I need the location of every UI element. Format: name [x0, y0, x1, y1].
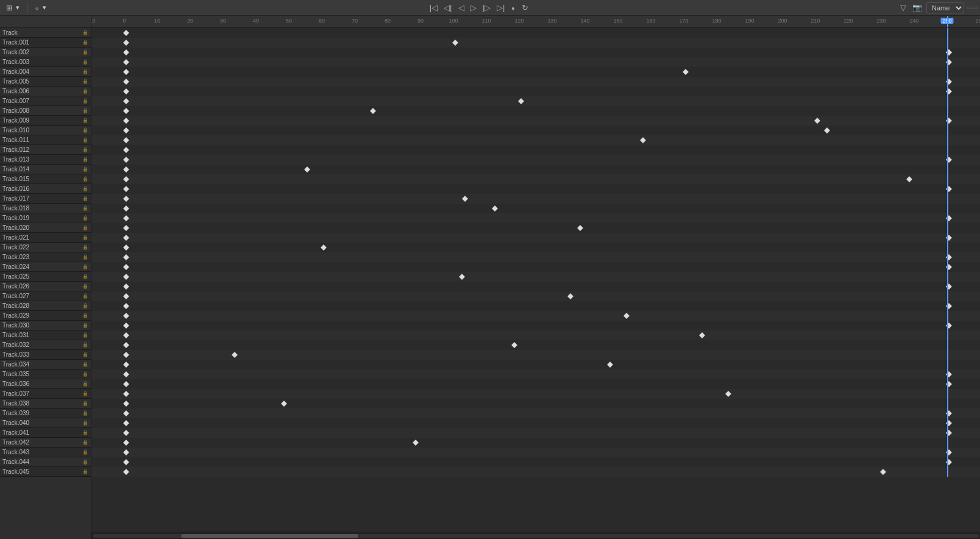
track-row[interactable]: Track.014🔒 [0, 165, 91, 174]
frame-marker: 140 [580, 18, 589, 24]
track-row[interactable]: Track.031🔒 [0, 330, 91, 340]
dopesheet-menu[interactable]: ⬦ ▾ [31, 2, 50, 13]
track-row[interactable]: Track.005🔒 [0, 77, 91, 87]
prev-keyframe-btn[interactable]: ◁| [442, 2, 453, 13]
track-row[interactable]: Track.013🔒 [0, 155, 91, 165]
track-row[interactable]: Track.044🔒 [0, 457, 91, 467]
track-row[interactable]: Track.033🔒 [0, 350, 91, 360]
track-row[interactable]: Track.006🔒 [0, 87, 91, 96]
scrollbar-track[interactable] [93, 534, 979, 538]
dopesheet[interactable]: -100102030405060708090100110120130140150… [91, 16, 980, 539]
jump-end-btn[interactable]: ▷| [495, 2, 506, 13]
track-row[interactable]: Track.001🔒 [0, 38, 91, 48]
frame-marker: 190 [745, 18, 754, 24]
lock-icon: 🔒 [82, 166, 88, 172]
track-row[interactable]: Track.017🔒 [0, 194, 91, 204]
track-row[interactable]: Track.016🔒 [0, 184, 91, 194]
track-name: Track.039 [2, 410, 81, 416]
track-row[interactable]: Track.036🔒 [0, 379, 91, 389]
filter-icon[interactable]: ▽ [898, 2, 908, 13]
track-row[interactable]: Track.034🔒 [0, 360, 91, 369]
track-name: Track.016 [2, 185, 81, 192]
track-bg-row [91, 467, 980, 477]
track-row[interactable]: Track.037🔒 [0, 389, 91, 399]
track-row[interactable]: Track.003🔒 [0, 57, 91, 67]
track-row[interactable]: Track.040🔒 [0, 418, 91, 428]
track-name: Track.002 [2, 49, 81, 55]
track-bg-row [91, 243, 980, 252]
track-row[interactable]: Track.023🔒 [0, 252, 91, 262]
track-bg-row [91, 223, 980, 233]
track-row[interactable]: Track.004🔒 [0, 67, 91, 77]
track-name: Track.005 [2, 78, 81, 85]
h-scrollbar[interactable] [91, 532, 980, 539]
track-row[interactable]: Track.021🔒 [0, 233, 91, 243]
play-btn[interactable]: ▷ [469, 2, 478, 13]
track-row[interactable]: Track.027🔒 [0, 291, 91, 301]
lock-icon: 🔒 [82, 430, 88, 435]
track-row[interactable]: Track.029🔒 [0, 311, 91, 321]
loop-btn[interactable]: ↻ [520, 2, 530, 13]
scrollbar-thumb[interactable] [181, 534, 358, 538]
track-row[interactable]: Track.002🔒 [0, 48, 91, 57]
play-reverse-btn[interactable]: ◁ [456, 2, 466, 13]
next-keyframe-btn[interactable]: |▷ [481, 2, 492, 13]
track-row[interactable]: Track.026🔒 [0, 282, 91, 291]
track-row[interactable]: Track.008🔒 [0, 106, 91, 116]
track-name: Track.031 [2, 332, 81, 338]
track-bg-row [91, 126, 980, 135]
camera-icon[interactable]: 📷 [911, 2, 924, 13]
lock-icon: 🔒 [82, 215, 88, 221]
frame-marker: 110 [481, 18, 491, 24]
track-row[interactable]: Track.015🔒 [0, 174, 91, 184]
track-bg-row [91, 457, 980, 467]
context-menu[interactable]: ⊞ ▾ [2, 2, 23, 13]
track-bg-row [91, 184, 980, 194]
track-row[interactable]: Track.039🔒 [0, 409, 91, 418]
track-name: Track.026 [2, 283, 81, 290]
track-row[interactable]: Track.043🔒 [0, 448, 91, 457]
view-menu[interactable] [52, 7, 60, 9]
track-row[interactable]: Track.024🔒 [0, 262, 91, 272]
track-row[interactable]: Track.030🔒 [0, 321, 91, 330]
keyframe-btn[interactable]: ⬧ [509, 2, 517, 13]
track-bg-row [91, 291, 980, 301]
lock-icon: 🔒 [82, 313, 88, 318]
track-row[interactable]: Track.009🔒 [0, 116, 91, 126]
track-bg-row [91, 57, 980, 67]
track-row[interactable]: Track.020🔒 [0, 223, 91, 233]
frame-marker: 180 [712, 18, 721, 24]
track-row[interactable]: Track.028🔒 [0, 301, 91, 311]
track-row[interactable]: Track.007🔒 [0, 96, 91, 106]
track-row[interactable]: Track.018🔒 [0, 204, 91, 213]
invert-button[interactable] [967, 7, 978, 9]
name-dropdown[interactable]: Name Frame [926, 2, 964, 13]
sep1 [27, 2, 27, 13]
track-row[interactable]: Track.032🔒 [0, 340, 91, 350]
track-row[interactable]: Track.019🔒 [0, 213, 91, 223]
track-name: Track.028 [2, 302, 81, 309]
jump-start-btn[interactable]: |◁ [428, 2, 439, 13]
track-row[interactable]: Track.038🔒 [0, 399, 91, 409]
track-row[interactable]: Track.012🔒 [0, 145, 91, 155]
frame-marker: 240 [909, 18, 918, 24]
track-row[interactable]: Track.010🔒 [0, 126, 91, 135]
frame-marker: 90 [417, 18, 424, 24]
track-row[interactable]: Track🔒 [0, 28, 91, 38]
track-row[interactable]: Track.022🔒 [0, 243, 91, 252]
timeline-canvas[interactable] [91, 28, 980, 539]
track-name: Track.004 [2, 68, 81, 75]
lock-icon: 🔒 [82, 176, 88, 182]
track-bg-row [91, 204, 980, 213]
lock-icon: 🔒 [82, 205, 88, 211]
track-bg-row [91, 28, 980, 38]
lock-icon: 🔒 [82, 303, 88, 309]
track-row[interactable]: Track.035🔒 [0, 369, 91, 379]
track-row[interactable]: Track.011🔒 [0, 135, 91, 145]
track-row[interactable]: Track.042🔒 [0, 438, 91, 448]
track-row[interactable]: Track.025🔒 [0, 272, 91, 282]
track-row[interactable]: Track.041🔒 [0, 428, 91, 438]
track-bg-row [91, 233, 980, 243]
track-row[interactable]: Track.045🔒 [0, 467, 91, 477]
track-bg-row [91, 194, 980, 204]
